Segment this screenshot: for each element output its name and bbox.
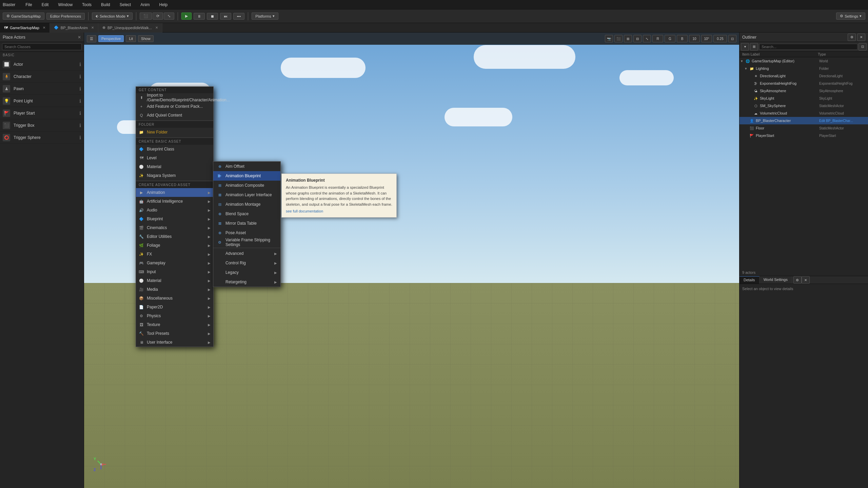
cm-item-add-quixel[interactable]: Q Add Quixel Content	[136, 111, 213, 120]
audio-arrow: ▶	[208, 208, 211, 212]
tool-presets-icon: 🔨	[139, 331, 144, 336]
tooltip-text: An Animation Blueprint is essentially a …	[286, 185, 392, 207]
retargeting-icon	[217, 279, 223, 285]
niagara-icon: ✨	[139, 173, 144, 178]
cm-item-paper2d[interactable]: 📄 Paper2D ▶	[136, 303, 213, 311]
physics-arrow: ▶	[208, 314, 211, 318]
anim-item-retargeting[interactable]: Retargeting ▶	[213, 277, 280, 287]
anim-item-advanced[interactable]: Advanced ▶	[213, 249, 280, 258]
cm-item-animation[interactable]: ▶ Animation ▶	[136, 188, 213, 197]
new-folder-icon: 📁	[139, 129, 144, 135]
cm-item-physics[interactable]: ⚙ Physics ▶	[136, 311, 213, 320]
misc-arrow: ▶	[208, 297, 211, 300]
paper2d-icon: 📄	[139, 304, 144, 310]
cinematics-arrow: ▶	[208, 226, 211, 230]
cm-divider-3	[136, 181, 213, 181]
ai-icon: 🤖	[139, 199, 144, 204]
ai-arrow: ▶	[208, 200, 211, 203]
audio-icon: 🔊	[139, 207, 144, 213]
user-interface-arrow: ▶	[208, 341, 211, 344]
anim-item-animation-blueprint[interactable]: Animation Blueprint	[213, 171, 280, 181]
animation-arrow: ▶	[208, 191, 211, 195]
anim-item-animation-montage[interactable]: ⊟ Animation Montage	[213, 200, 280, 209]
gameplay-arrow: ▶	[208, 261, 211, 265]
cm-item-editor-utilities[interactable]: 🔧 Editor Utilities ▶	[136, 232, 213, 241]
blueprint-arrow: ▶	[208, 217, 211, 221]
tooltip-link[interactable]: see full documentation	[286, 209, 392, 213]
foliage-arrow: ▶	[208, 244, 211, 247]
cm-item-fx[interactable]: ✨ FX ▶	[136, 250, 213, 259]
context-menu-get-content: GET CONTENT ⬆ Import to /Game/Demo/Bluep…	[136, 86, 214, 347]
cm-item-cinematics[interactable]: 🎬 Cinematics ▶	[136, 223, 213, 232]
cm-item-import[interactable]: ⬆ Import to /Game/Demo/Blueprint/Charact…	[136, 93, 213, 102]
advanced-arrow: ▶	[274, 252, 277, 256]
cm-item-level[interactable]: 🗺 Level	[136, 154, 213, 162]
legacy-arrow: ▶	[274, 271, 277, 274]
misc-icon: 📦	[139, 296, 144, 301]
animation-submenu: ⊕ Aim Offset Animation Blueprint ⊞ Anima…	[213, 161, 281, 287]
pose-asset-icon: ⊕	[217, 230, 223, 236]
variable-frame-icon: ⚙	[217, 239, 223, 245]
blend-space-icon: ⊕	[217, 211, 223, 217]
tool-presets-arrow: ▶	[208, 332, 211, 336]
cm-item-new-folder[interactable]: 📁 New Folder	[136, 128, 213, 137]
cm-section-folder: FOLDER	[136, 121, 213, 128]
anim-item-animation-composite[interactable]: ⊞ Animation Composite	[213, 181, 280, 190]
material-adv-icon: ⚪	[139, 278, 144, 283]
cm-item-input[interactable]: ⌨ Input ▶	[136, 267, 213, 276]
anim-bp-svg	[217, 173, 222, 179]
material-icon: ⚪	[139, 164, 144, 169]
anim-composite-icon: ⊞	[217, 182, 223, 188]
editor-utilities-arrow: ▶	[208, 235, 211, 239]
paper2d-arrow: ▶	[208, 305, 211, 309]
anim-item-blend-space[interactable]: ⊕ Blend Space	[213, 209, 280, 219]
cm-item-user-interface[interactable]: 🖥 User Interface ▶	[136, 338, 213, 347]
anim-item-legacy[interactable]: Legacy ▶	[213, 268, 280, 277]
cm-divider-2	[136, 137, 213, 138]
cm-section-advanced: CREATE ADVANCED ASSET	[136, 182, 213, 188]
cm-divider-1	[136, 120, 213, 121]
cm-item-miscellaneous[interactable]: 📦 Miscellaneous ▶	[136, 294, 213, 303]
cm-item-texture[interactable]: 🖼 Texture ▶	[136, 320, 213, 329]
anim-blueprint-icon	[217, 173, 223, 179]
cm-item-tool-presets[interactable]: 🔨 Tool Presets ▶	[136, 329, 213, 338]
anim-item-mirror-data-table[interactable]: ⊠ Mirror Data Table	[213, 219, 280, 228]
cm-item-audio[interactable]: 🔊 Audio ▶	[136, 206, 213, 215]
animation-icon: ▶	[139, 190, 144, 195]
material-adv-arrow: ▶	[208, 279, 211, 283]
cm-item-ai[interactable]: 🤖 Artificial Intelligence ▶	[136, 197, 213, 206]
cm-item-gameplay[interactable]: 🎮 Gameplay ▶	[136, 259, 213, 267]
anim-item-aim-offset[interactable]: ⊕ Aim Offset	[213, 162, 280, 171]
anim-item-control-rig[interactable]: Control Rig ▶	[213, 258, 280, 268]
mirror-icon: ⊠	[217, 220, 223, 226]
fx-arrow: ▶	[208, 252, 211, 256]
cm-item-foliage[interactable]: 🌿 Foliage ▶	[136, 241, 213, 250]
context-menu-overlay[interactable]: GET CONTENT ⬆ Import to /Game/Demo/Bluep…	[0, 0, 868, 488]
cm-section-get-content: GET CONTENT	[136, 87, 213, 93]
cm-item-blueprint-class[interactable]: 🔷 Blueprint Class	[136, 145, 213, 154]
aim-offset-icon: ⊕	[217, 163, 223, 169]
cm-item-media[interactable]: 🎥 Media ▶	[136, 285, 213, 294]
cm-item-niagara[interactable]: ✨ Niagara System	[136, 171, 213, 180]
input-icon: ⌨	[139, 269, 144, 274]
cm-item-material[interactable]: ⚪ Material	[136, 162, 213, 171]
texture-icon: 🖼	[139, 322, 144, 327]
anim-item-pose-asset[interactable]: ⊕ Pose Asset	[213, 228, 280, 238]
cm-item-material-adv[interactable]: ⚪ Material ▶	[136, 276, 213, 285]
fx-icon: ✨	[139, 251, 144, 257]
blueprint-class-icon: 🔷	[139, 146, 144, 152]
animation-blueprint-tooltip: Animation Blueprint An Animation Bluepri…	[281, 174, 397, 218]
retargeting-arrow: ▶	[274, 280, 277, 284]
media-icon: 🎥	[139, 287, 144, 292]
blueprint-icon: 🔷	[139, 216, 144, 222]
cm-section-basic: CREATE BASIC ASSET	[136, 138, 213, 145]
cm-item-blueprint[interactable]: 🔷 Blueprint ▶	[136, 215, 213, 223]
legacy-icon	[217, 269, 223, 276]
user-interface-icon: 🖥	[139, 340, 144, 345]
import-icon: ⬆	[139, 95, 144, 100]
foliage-icon: 🌿	[139, 243, 144, 248]
add-icon: +	[139, 104, 144, 109]
cm-item-add-feature[interactable]: + Add Feature or Content Pack...	[136, 102, 213, 111]
anim-item-animation-layer[interactable]: ⊠ Animation Layer Interface	[213, 190, 280, 200]
anim-item-variable-frame[interactable]: ⚙ Variable Frame Stripping Settings	[213, 238, 280, 247]
